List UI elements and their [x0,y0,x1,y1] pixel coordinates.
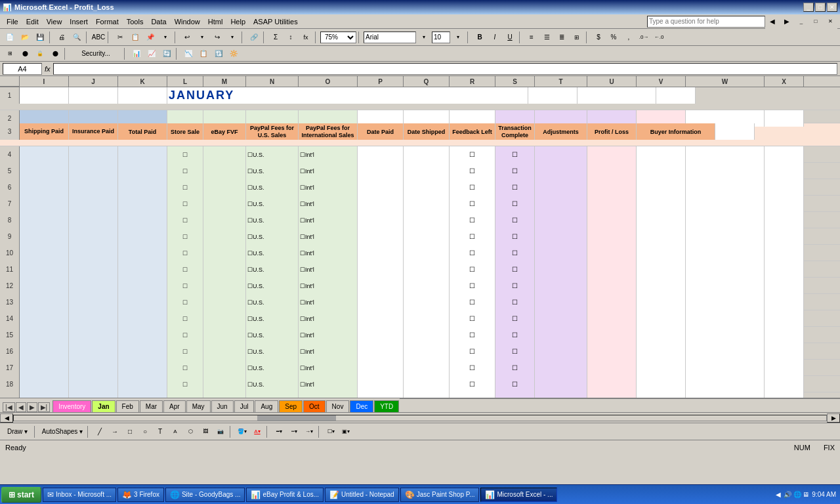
checkbox-feedback[interactable]: ☐ [469,184,475,191]
cell-o17[interactable]: ☐ Int'l [299,360,358,376]
cell-w10[interactable] [686,245,765,261]
cell-s18[interactable]: ☐ [495,376,535,392]
checkbox-store[interactable]: ☐ [182,398,188,398]
cell-t19[interactable] [535,392,587,398]
cell-o19[interactable]: ☐ Int'l [299,392,358,398]
cell-v8[interactable] [637,212,686,228]
zoom-select[interactable]: 75% 100% [320,32,356,43]
cell-v6[interactable] [637,179,686,196]
cell-l18[interactable]: ☐ [167,376,203,392]
textbox-tool[interactable]: T [153,425,167,439]
cell-r5[interactable]: ☐ [450,163,495,179]
header-paypal-us[interactable]: PayPal Fees for U.S. Sales [246,123,299,140]
checkbox-transaction[interactable]: ☐ [512,364,518,371]
checkbox-transaction[interactable]: ☐ [512,331,518,339]
checkbox-intl[interactable]: ☐ [300,266,305,273]
cell-s19[interactable]: ☐ [495,392,535,398]
cell-i1[interactable] [20,87,69,104]
shadow-btn[interactable]: ☐▾ [324,425,338,439]
cell-r10[interactable]: ☐ [450,245,495,261]
cell-p18[interactable] [358,376,404,392]
header-store[interactable]: Store Sale [167,123,203,140]
checkbox-us[interactable]: ☐ [247,381,253,388]
tb2-b5[interactable]: 📋 [196,47,211,61]
formula-input[interactable] [53,63,837,75]
checkbox-feedback[interactable]: ☐ [469,315,475,322]
tab-jun[interactable]: Jun [211,400,234,412]
cell-i14[interactable] [20,310,69,327]
cell-l7[interactable]: ☐ [167,196,203,212]
cell-r17[interactable]: ☐ [450,360,495,376]
horizontal-scrollbar[interactable]: ◀ ▶ [0,412,840,423]
cell-w11[interactable] [686,261,765,278]
scroll-left[interactable]: ◀ [0,413,13,423]
cell-w4[interactable] [686,146,765,163]
cell-n19[interactable]: ☐ U.S. [246,392,299,398]
checkbox-feedback[interactable]: ☐ [469,200,475,207]
cell-o18[interactable]: ☐ Int'l [299,376,358,392]
dash-style[interactable]: ┅▾ [287,425,301,439]
checkbox-us[interactable]: ☐ [247,316,253,322]
cell-r16[interactable]: ☐ [450,343,495,360]
arrow-style[interactable]: →▾ [302,425,316,439]
checkbox-intl[interactable]: ☐ [300,398,305,398]
comma[interactable]: , [621,30,636,45]
checkbox-store[interactable]: ☐ [182,168,188,175]
save-btn[interactable]: 💾 [33,30,47,45]
currency[interactable]: $ [591,30,606,45]
bold-btn[interactable]: B [472,30,487,45]
cell-o5[interactable]: ☐ Int'l [299,163,358,179]
merge-center[interactable]: ⊞ [570,30,584,45]
cell-n10[interactable]: ☐ U.S. [246,245,299,261]
cell-u6[interactable] [587,179,637,196]
paste-special[interactable]: ▾ [158,30,173,45]
size-drop[interactable]: ▾ [451,30,465,45]
cell-j5[interactable] [69,163,118,179]
checkbox-intl[interactable]: ☐ [300,168,305,175]
cell-p15[interactable] [358,327,404,343]
cell-k7[interactable] [118,196,167,212]
font-drop[interactable]: ▾ [417,30,431,45]
cell-n15[interactable]: ☐ U.S. [246,327,299,343]
taskbar-goodybags[interactable]: 🌐 Site - GoodyBags ... [165,488,245,502]
cell-x9[interactable] [765,228,804,245]
cell-j1[interactable] [69,87,118,104]
cell-p13[interactable] [358,294,404,310]
cell-u13[interactable] [587,294,637,310]
copy-btn[interactable]: 📋 [128,30,142,45]
checkbox-feedback[interactable]: ☐ [469,299,475,306]
cell-l9[interactable]: ☐ [167,228,203,245]
cell-i10[interactable] [20,245,69,261]
checkbox-transaction[interactable]: ☐ [512,266,518,273]
cell-u12[interactable] [587,278,637,294]
cell-l4[interactable]: ☐ [167,146,203,163]
checkbox-store[interactable]: ☐ [182,299,188,306]
cell-p9[interactable] [358,228,404,245]
cell-t11[interactable] [535,261,587,278]
fill-color[interactable]: 🪣▾ [235,425,249,439]
sort-asc[interactable]: ↕ [284,30,298,45]
cell-p16[interactable] [358,343,404,360]
checkbox-intl[interactable]: ☐ [300,217,305,224]
cell-v19[interactable] [637,392,686,398]
cell-v15[interactable] [637,327,686,343]
undo-drop[interactable]: ▾ [195,30,209,45]
line-tool[interactable]: ╱ [93,425,107,439]
tab-jul[interactable]: Jul [234,400,255,412]
cell-l8[interactable]: ☐ [167,212,203,228]
tab-nov[interactable]: Nov [326,400,350,412]
checkbox-intl[interactable]: ☐ [300,316,305,322]
col-s[interactable]: S [495,76,535,87]
cell-x14[interactable] [765,310,804,327]
cell-r8[interactable]: ☐ [450,212,495,228]
cell-j8[interactable] [69,212,118,228]
checkbox-transaction[interactable]: ☐ [512,184,518,191]
cell-q19[interactable] [404,392,450,398]
cell-i15[interactable] [20,327,69,343]
cell-q12[interactable] [404,278,450,294]
cell-q13[interactable] [404,294,450,310]
cell-m13[interactable] [203,294,246,310]
cell-w14[interactable] [686,310,765,327]
taskbar-excel[interactable]: 📊 Microsoft Excel - ... [480,488,557,502]
cell-n6[interactable]: ☐ U.S. [246,179,299,196]
